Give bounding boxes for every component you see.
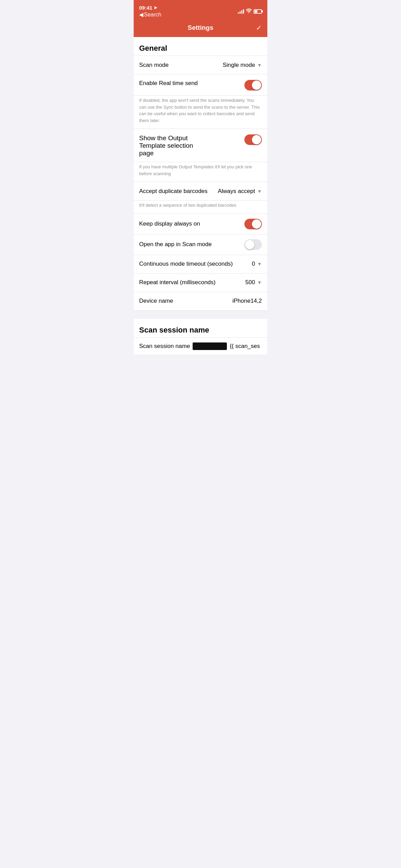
signal-bar-3: [241, 10, 242, 14]
real-time-send-description: If disabled, the app won't send the scan…: [134, 96, 267, 129]
toggle-thumb-2: [252, 135, 261, 144]
repeat-interval-value[interactable]: 500 ▼: [245, 279, 262, 286]
section-spacer: [134, 311, 267, 319]
continuous-timeout-value[interactable]: 0 ▼: [252, 261, 262, 267]
output-template-desc-text: If you have multiple Output Templates it…: [139, 164, 252, 176]
general-section-header: General: [134, 37, 267, 56]
keep-display-toggle[interactable]: [244, 219, 262, 229]
scan-mode-label: Scan mode: [139, 62, 223, 69]
battery-icon: [254, 9, 262, 14]
repeat-interval-label: Repeat interval (milliseconds): [139, 279, 245, 286]
real-time-send-desc-text: If disabled, the app won't send the scan…: [139, 98, 260, 123]
scan-mode-chevron-icon: ▼: [257, 62, 262, 68]
repeat-interval-row[interactable]: Repeat interval (milliseconds) 500 ▼: [134, 274, 267, 292]
repeat-interval-chevron-icon: ▼: [257, 280, 262, 285]
device-name-row: Device name iPhone14,2: [134, 292, 267, 311]
output-template-row: Show the Output Template selection page: [134, 129, 267, 162]
output-template-toggle[interactable]: [244, 134, 262, 145]
scan-session-name-row: Scan session name Scan session {{ scan_s…: [134, 338, 267, 355]
toggle-thumb-3: [252, 219, 261, 229]
scan-session-redacted-block: [193, 342, 227, 350]
output-template-label: Show the Output Template selection page: [139, 134, 207, 157]
back-chevron-icon: ◀: [139, 11, 143, 18]
open-scan-mode-label: Open the app in Scan mode: [139, 241, 244, 248]
back-button[interactable]: ◀ Search: [139, 11, 161, 18]
settings-content: General Scan mode Single mode ▼ Enable R…: [134, 37, 267, 355]
device-name-label: Device name: [139, 298, 232, 304]
accept-duplicate-description: It'll detect a sequence of two duplicate…: [134, 201, 267, 214]
accept-duplicate-label: Accept duplicate barcodes: [139, 188, 218, 195]
continuous-timeout-label: Continuous mode timeout (seconds): [139, 261, 252, 267]
time-display: 09:41: [139, 5, 152, 11]
wifi-icon: [246, 9, 252, 14]
accept-duplicate-row[interactable]: Accept duplicate barcodes Always accept …: [134, 182, 267, 201]
scan-session-name-label: Scan session name: [139, 343, 190, 350]
scan-session-section-header: Scan session name: [134, 319, 267, 338]
signal-bar-1: [238, 12, 239, 14]
continuous-timeout-row[interactable]: Continuous mode timeout (seconds) 0 ▼: [134, 255, 267, 274]
scan-session-template-value: {{ scan_ses: [230, 343, 260, 350]
toggle-thumb-4: [245, 240, 254, 249]
output-template-description: If you have multiple Output Templates it…: [134, 162, 267, 182]
accept-duplicate-desc-text: It'll detect a sequence of two duplicate…: [139, 203, 236, 208]
accept-duplicate-selected: Always accept: [218, 188, 255, 195]
battery-fill: [255, 10, 257, 13]
nav-bar: Settings ✓: [134, 20, 267, 37]
status-right: [238, 9, 262, 14]
signal-bar-4: [243, 9, 244, 14]
real-time-send-label: Enable Real time send: [139, 80, 244, 87]
general-section-title: General: [139, 44, 167, 52]
repeat-interval-selected: 500: [245, 279, 255, 286]
signal-bar-2: [240, 11, 241, 14]
scan-mode-value[interactable]: Single mode ▼: [223, 62, 262, 69]
toggle-thumb: [252, 81, 261, 90]
real-time-send-row: Enable Real time send: [134, 74, 267, 96]
open-scan-mode-toggle[interactable]: [244, 239, 262, 250]
open-scan-mode-row: Open the app in Scan mode: [134, 234, 267, 255]
scan-session-section-title: Scan session name: [139, 326, 209, 334]
continuous-timeout-selected: 0: [252, 261, 255, 267]
back-label: Search: [144, 12, 161, 18]
scan-mode-selected: Single mode: [223, 62, 255, 69]
accept-duplicate-chevron-icon: ▼: [257, 189, 262, 194]
keep-display-row: Keep display always on: [134, 214, 267, 234]
status-left: 09:41 ➤ ◀ Search: [139, 5, 161, 18]
real-time-send-toggle[interactable]: [244, 80, 262, 91]
signal-icon: [238, 9, 244, 14]
scan-mode-row[interactable]: Scan mode Single mode ▼: [134, 56, 267, 74]
keep-display-label: Keep display always on: [139, 220, 244, 227]
status-bar: 09:41 ➤ ◀ Search: [134, 0, 267, 20]
status-time: 09:41 ➤: [139, 5, 161, 11]
location-icon: ➤: [154, 5, 157, 10]
confirm-button[interactable]: ✓: [256, 24, 262, 32]
device-name-value: iPhone14,2: [232, 298, 262, 304]
accept-duplicate-value[interactable]: Always accept ▼: [218, 188, 262, 195]
continuous-timeout-chevron-icon: ▼: [257, 261, 262, 267]
page-title: Settings: [188, 24, 214, 32]
